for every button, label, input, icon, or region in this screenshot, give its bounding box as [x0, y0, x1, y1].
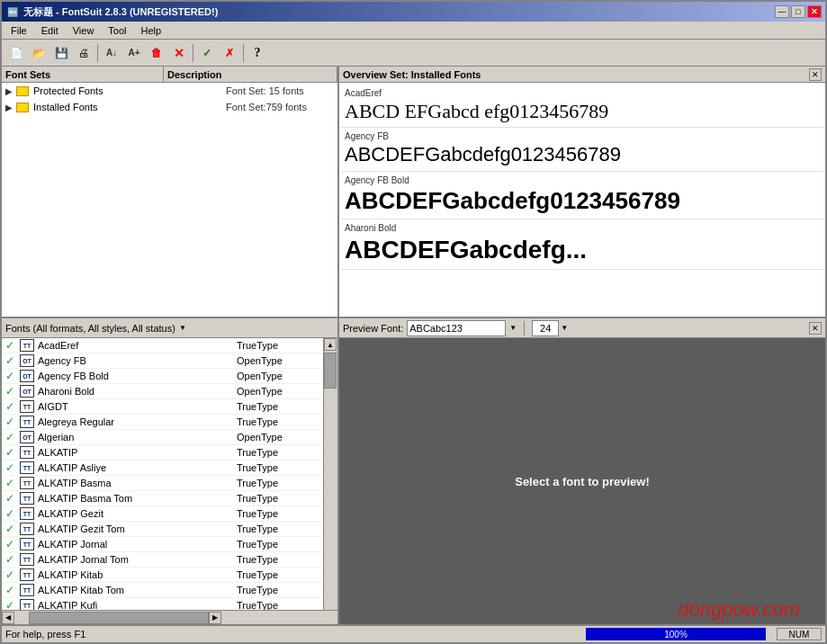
toolbar: 📄 📂 💾 🖨 A↓ A+ 🗑 ✕ ✓ ✗ ? [2, 40, 825, 67]
font-type: TrueType [237, 478, 318, 488]
menu-tool[interactable]: Tool [101, 23, 133, 38]
preview-dropdown-icon[interactable]: ▼ [509, 324, 517, 332]
toolbar-btn5[interactable]: A↓ [101, 42, 122, 64]
toolbar-check[interactable]: ✓ [196, 42, 218, 64]
font-type: TrueType [237, 340, 318, 351]
toolbar-delete[interactable]: 🗑 [146, 42, 167, 64]
toolbar-help[interactable]: ? [247, 42, 268, 64]
font-type: OpenType [237, 371, 318, 381]
hscroll-left-btn[interactable]: ◀ [2, 612, 14, 624]
font-list-scrollbar[interactable]: ▲ [323, 338, 337, 610]
preview-item-agency-bold: Agency FB Bold ABCDEFGabcdefg0123456789 [341, 172, 823, 219]
font-row[interactable]: ✓TTALKATIP Basma TomTrueType [2, 491, 321, 506]
toolbar-print[interactable]: 🖨 [73, 42, 94, 64]
font-row[interactable]: ✓TTALKATIP GezitTrueType [2, 506, 321, 522]
preview-header: Preview Font: ▼ ▼ ✕ [339, 318, 825, 338]
font-row[interactable]: ✓TTALKATIP KitabTrueType [2, 568, 321, 583]
font-type-icon: TT [20, 461, 34, 474]
check-mark: ✓ [5, 431, 18, 443]
check-mark: ✓ [5, 416, 18, 428]
tree-desc-protected: Font Set: 15 fonts [226, 85, 334, 96]
scrollbar-up-btn[interactable]: ▲ [324, 338, 337, 351]
font-row[interactable]: ✓OTAharoni BoldOpenType [2, 384, 321, 399]
toolbar-new[interactable]: 📄 [5, 42, 27, 64]
font-list-hscrollbar[interactable]: ◀ ▶ [2, 610, 337, 624]
menu-help[interactable]: Help [134, 23, 169, 38]
font-type: OpenType [237, 355, 318, 366]
titlebar-buttons: — □ ✕ [775, 5, 822, 18]
font-row[interactable]: ✓TTALKATIP Kitab TomTrueType [2, 583, 321, 598]
font-type: TrueType [237, 508, 318, 519]
toolbar-open[interactable]: 📂 [28, 42, 49, 64]
font-type-icon: OT [20, 385, 34, 398]
font-list-area[interactable]: ▲ ✓TTAcadErefTrueType ✓OTAgency FBOpenTy… [2, 338, 337, 610]
font-row[interactable]: ✓OTAgency FB BoldOpenType [2, 369, 321, 384]
minimize-button[interactable]: — [775, 5, 789, 18]
font-row[interactable]: ✓TTALKATIP Gezit TomTrueType [2, 522, 321, 537]
font-sets-tree[interactable]: ▶ Protected Fonts Font Set: 15 fonts ▶ I… [2, 83, 337, 317]
tree-item-protected[interactable]: ▶ Protected Fonts Font Set: 15 fonts [2, 83, 337, 99]
font-name: AIGDT [38, 401, 237, 412]
preview-name-agency-bold: Agency FB Bold [345, 175, 805, 185]
preview-text-input[interactable] [407, 320, 506, 336]
font-row[interactable]: ✓TTAcadErefTrueType [2, 338, 321, 353]
menu-view[interactable]: View [66, 23, 102, 38]
tree-item-installed[interactable]: ▶ Installed Fonts Font Set:759 fonts [2, 99, 337, 115]
font-type-icon: TT [20, 477, 34, 489]
font-row[interactable]: ✓TTALKATIPTrueType [2, 445, 321, 461]
overview-close-button[interactable]: ✕ [809, 68, 822, 81]
font-row[interactable]: ✓TTALKATIP JornalTrueType [2, 537, 321, 552]
font-type-icon: TT [20, 416, 34, 428]
font-row[interactable]: ✓TTALKATIP KufiTrueType [2, 598, 321, 610]
font-type: TrueType [237, 585, 318, 595]
close-button[interactable]: ✕ [807, 5, 822, 18]
font-row[interactable]: ✓TTALKATIP Jornal TomTrueType [2, 552, 321, 568]
font-type: TrueType [237, 539, 318, 550]
check-mark: ✓ [5, 568, 18, 581]
size-dropdown-icon[interactable]: ▼ [561, 324, 568, 332]
toolbar-x[interactable]: ✕ [168, 42, 190, 64]
preview-left: Preview Font: ▼ ▼ [343, 320, 568, 336]
preview-content: Select a font to preview! [339, 338, 825, 624]
font-row[interactable]: ✓OTAlgerianOpenType [2, 430, 321, 445]
font-type-icon: TT [20, 492, 34, 505]
font-name: ALKATIP Basma [38, 478, 237, 488]
toolbar-uncheck[interactable]: ✗ [219, 42, 240, 64]
font-row[interactable]: ✓TTALKATIP AsliyeTrueType [2, 461, 321, 476]
status-num-indicator: NUM [777, 628, 822, 640]
font-row[interactable]: ✓TTAIGDTTrueType [2, 399, 321, 415]
tree-arrow-installed: ▶ [5, 103, 16, 112]
font-type: OpenType [237, 432, 318, 443]
font-name: ALKATIP Gezit Tom [38, 523, 237, 534]
preview-name-aharoni: Aharoni Bold [345, 223, 805, 233]
font-type-icon: TT [20, 599, 34, 610]
font-type-icon: TT [20, 568, 34, 581]
status-progress-text: 100% [664, 630, 688, 640]
scrollbar-thumb[interactable] [324, 353, 337, 389]
font-list-dropdown[interactable]: ▼ [179, 324, 186, 332]
font-type-icon: OT [20, 354, 34, 367]
main-window: 🔤 无标题 - FontSuit 2.8.3 (UNREGISTERED!) —… [0, 0, 827, 644]
hscroll-thumb[interactable] [29, 612, 209, 624]
check-mark: ✓ [5, 553, 18, 566]
font-name: Agency FB [38, 355, 237, 366]
menu-file[interactable]: File [4, 23, 34, 38]
toolbar-btn6[interactable]: A+ [123, 42, 145, 64]
overview-content[interactable]: AcadEref ABCD EFGabcd efg0123456789 Agen… [339, 83, 825, 317]
size-control: ▼ [532, 320, 568, 336]
menu-edit[interactable]: Edit [34, 23, 66, 38]
toolbar-save[interactable]: 💾 [50, 42, 72, 64]
maximize-button[interactable]: □ [791, 5, 805, 18]
font-row[interactable]: ✓TTALKATIP BasmaTrueType [2, 476, 321, 491]
overview-title: Overview Set: Installed Fonts [343, 69, 481, 80]
preview-text-aharoni: ABCDEFGabcdefg... [345, 235, 805, 265]
font-size-input[interactable] [532, 320, 559, 336]
preview-close-button[interactable]: ✕ [809, 322, 822, 335]
preview-sep [524, 321, 525, 335]
hscroll-right-btn[interactable]: ▶ [209, 612, 221, 624]
preview-text-acadef: ABCD EFGabcd efg0123456789 [345, 100, 805, 123]
font-row[interactable]: ✓TTAlegreya RegularTrueType [2, 415, 321, 430]
font-type: TrueType [237, 569, 318, 580]
font-row[interactable]: ✓OTAgency FBOpenType [2, 353, 321, 369]
font-name: ALKATIP Kufi [38, 600, 237, 610]
